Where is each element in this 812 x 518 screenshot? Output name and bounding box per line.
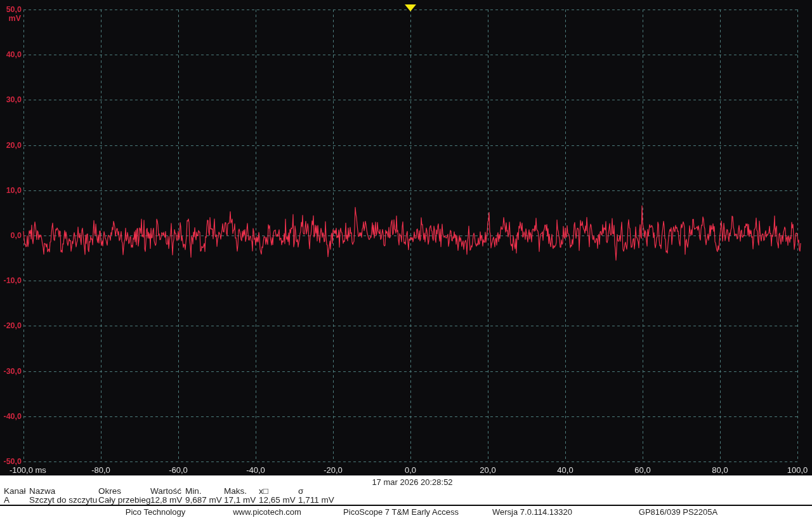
x-axis-tick-label: 0,0 bbox=[405, 465, 416, 475]
measurement-value: 9,687 mV bbox=[185, 495, 222, 505]
measurement-column-header: Nazwa bbox=[29, 486, 55, 496]
measurement-value: Szczyt do szczytu bbox=[29, 495, 97, 505]
measurement-value: 17,1 mV bbox=[224, 495, 256, 505]
x-axis-tick-label: -100,0 ms bbox=[10, 465, 46, 475]
y-axis-unit-label: mV bbox=[0, 14, 21, 23]
info-panel: 17 mar 2026 20:28:52 KanałNazwaOkresWart… bbox=[0, 475, 812, 518]
x-axis-tick-label: -80,0 bbox=[91, 465, 110, 475]
footer-product: PicoScope 7 T&M Early Access bbox=[343, 507, 459, 517]
trigger-marker-icon[interactable] bbox=[405, 4, 416, 11]
measurement-value: 1,711 mV bbox=[298, 495, 334, 505]
capture-timestamp: 17 mar 2026 20:28:52 bbox=[372, 477, 452, 487]
y-axis-tick-label: 30,0 bbox=[0, 95, 22, 104]
x-axis-tick-label: -20,0 bbox=[324, 465, 343, 475]
measurement-value: 12,65 mV bbox=[259, 495, 296, 505]
y-axis-tick-label: 50,0 bbox=[0, 5, 22, 14]
measurement-column-header: Kanał bbox=[4, 486, 26, 496]
measurement-column-header: x□ bbox=[259, 486, 268, 496]
y-axis-tick-label: 40,0 bbox=[0, 50, 22, 59]
measurement-column-header: Wartość bbox=[150, 486, 181, 496]
measurement-value: 12,8 mV bbox=[150, 495, 182, 505]
y-axis-tick-label: -10,0 bbox=[0, 276, 22, 285]
x-axis-tick-label: -40,0 bbox=[246, 465, 265, 475]
measurement-value: A bbox=[4, 495, 10, 505]
x-axis-tick-label: 80,0 bbox=[712, 465, 728, 475]
x-axis-tick-label: 40,0 bbox=[557, 465, 573, 475]
measurement-column-header: σ bbox=[298, 486, 303, 496]
footer-device-id: GP816/039 PS2205A bbox=[639, 507, 717, 517]
footer-bar: Pico Technologywww.picotech.comPicoScope… bbox=[0, 505, 812, 518]
x-axis-tick-label: 20,0 bbox=[480, 465, 495, 475]
y-axis-tick-label: -50,0 bbox=[0, 457, 22, 466]
x-axis-tick-label: 100,0 bbox=[787, 465, 808, 475]
footer-website: www.picotech.com bbox=[233, 507, 301, 517]
y-axis-tick-label: -20,0 bbox=[0, 321, 22, 330]
measurement-column-header: Okres bbox=[98, 486, 121, 496]
y-axis-tick-label: 10,0 bbox=[0, 186, 22, 195]
measurement-value: Cały przebieg bbox=[98, 495, 151, 505]
y-axis-tick-label: -40,0 bbox=[0, 412, 22, 421]
picoscope-capture-view: 50,0mV40,030,020,010,00,0-10,0-20,0-30,0… bbox=[0, 0, 812, 518]
measurement-column-header: Maks. bbox=[224, 486, 247, 496]
waveform-plot-area: 50,0mV40,030,020,010,00,0-10,0-20,0-30,0… bbox=[0, 0, 812, 475]
y-axis-tick-label: -30,0 bbox=[0, 367, 22, 376]
footer-company: Pico Technology bbox=[126, 507, 185, 517]
y-axis-tick-label: 0,0 bbox=[0, 231, 22, 240]
footer-version: Wersja 7.0.114.13320 bbox=[492, 507, 572, 517]
scope-graph-canvas[interactable] bbox=[0, 0, 812, 475]
x-axis-tick-label: -60,0 bbox=[169, 465, 188, 475]
y-axis-tick-label: 20,0 bbox=[0, 141, 22, 150]
measurement-column-header: Min. bbox=[185, 486, 202, 496]
x-axis-tick-label: 60,0 bbox=[634, 465, 650, 475]
